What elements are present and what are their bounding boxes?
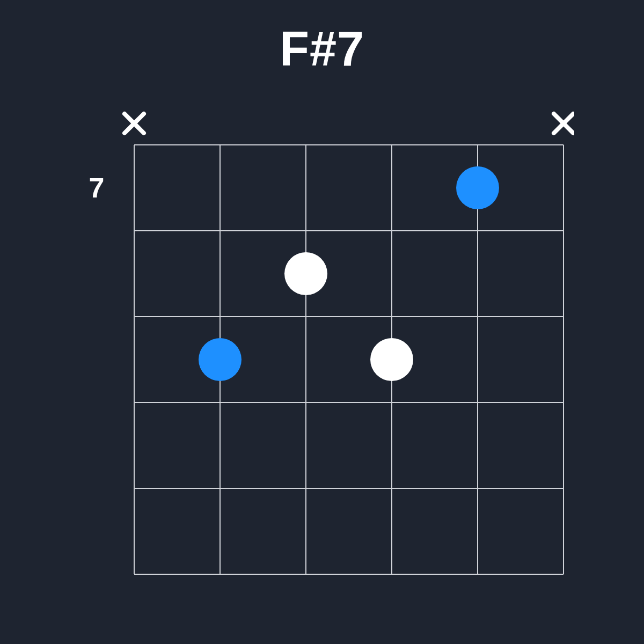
finger-dot (199, 338, 241, 381)
chord-name-title: F#7 (0, 21, 644, 77)
chord-diagram-svg: 7 (70, 91, 574, 628)
finger-dot (284, 252, 327, 295)
start-fret-label: 7 (89, 172, 105, 203)
chord-diagram-container: F#7 7 (0, 0, 644, 644)
finger-dot (370, 338, 413, 381)
finger-dot (456, 166, 499, 209)
chord-diagram: 7 (70, 91, 574, 628)
mute-icon (125, 114, 144, 133)
mute-icon (554, 114, 573, 133)
